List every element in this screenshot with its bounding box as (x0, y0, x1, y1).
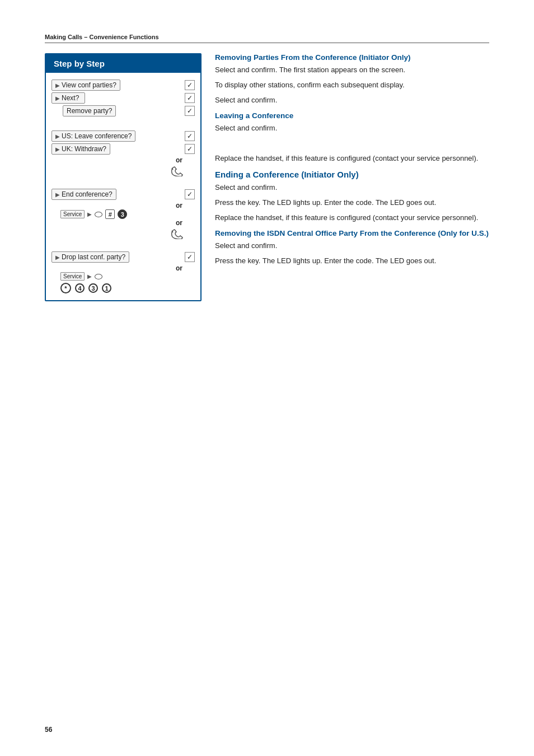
service-row-2: Service ▶ (51, 272, 195, 281)
step-row-next: ▶ Next? ✓ (51, 92, 195, 104)
service-arrow-2: ▶ (87, 273, 92, 279)
instr-removing-3: Select and confirm. (215, 95, 489, 106)
handset-icon-1 (51, 164, 195, 176)
step-by-step-title: Step by Step (46, 54, 200, 73)
num3-circle-1: 3 (118, 209, 127, 219)
step-row-view-conf: ▶ View conf parties? ✓ (51, 80, 195, 91)
keypad-row: * 4 3 1 (51, 283, 195, 293)
gap-1 (51, 122, 195, 127)
check-uk-withdraw: ✓ (185, 144, 195, 154)
btn-us-leave[interactable]: ▶ US: Leave conference? (51, 130, 135, 142)
section-title-leaving: Leaving a Conference (215, 111, 489, 120)
instr-ending-3: Replace the handset, if this feature is … (215, 213, 489, 223)
gap-2 (51, 180, 195, 185)
leaving-gap (215, 138, 489, 153)
btn-remove-party[interactable]: Remove party? (63, 105, 116, 116)
check-end-conf: ✓ (185, 189, 195, 199)
section-drop-last: ▶ Drop last conf. party? ✓ or Service ▶ (51, 251, 195, 293)
btn-view-conf-label: View conf parties? (62, 81, 116, 89)
instr-ending-2: Press the key. The LED lights up. Enter … (215, 198, 489, 208)
step-row-remove-party: Remove party? ✓ (51, 105, 195, 116)
step-body: ▶ View conf parties? ✓ ▶ Next? ✓ (46, 73, 200, 300)
right-section-removing: Removing Parties From the Conference (In… (215, 53, 489, 106)
check-us-leave: ✓ (185, 131, 195, 141)
section-remove-parties: ▶ View conf parties? ✓ ▶ Next? ✓ (51, 80, 195, 118)
service-row-1: Service ▶ # 3 (51, 209, 195, 219)
instr-removing-2: To display other stations, confirm each … (215, 80, 489, 91)
arrow-icon-6: ▶ (55, 254, 60, 260)
or-label-2: or (51, 202, 195, 209)
btn-next-label: Next? (62, 94, 79, 102)
arrow-icon-2: ▶ (55, 95, 60, 101)
instr-ending-1: Select and confirm. (215, 183, 489, 193)
arrow-icon-5: ▶ (55, 192, 60, 198)
service-badge-1: Service (60, 210, 85, 218)
section-title-isdn: Removing the ISDN Central Office Party F… (215, 229, 489, 237)
check-remove-party: ✓ (185, 106, 195, 116)
or-label-1: or (51, 156, 195, 164)
gap-3 (51, 242, 195, 248)
header-text: Making Calls – Convenience Functions (45, 34, 159, 40)
or-label-3: or (51, 219, 195, 227)
btn-drop-last[interactable]: ▶ Drop last conf. party? (51, 251, 129, 263)
btn-remove-party-label: Remove party? (67, 107, 112, 115)
page-header: Making Calls – Convenience Functions (45, 34, 489, 43)
section-title-ending: Ending a Conference (Initiator Only) (215, 170, 489, 179)
section-title-removing: Removing Parties From the Conference (In… (215, 53, 489, 62)
check-next: ✓ (185, 93, 195, 103)
oval-icon-1 (95, 212, 102, 217)
num4-circle: 4 (75, 283, 85, 293)
step-row-end-conf: ▶ End conference? ✓ (51, 189, 195, 200)
service-arrow-1: ▶ (87, 211, 92, 217)
page-number: 56 (45, 726, 52, 734)
instr-leaving-2: Replace the handset, if this feature is … (215, 153, 489, 164)
instr-removing-1: Select and confirm. The first station ap… (215, 65, 489, 76)
star-icon: * (60, 283, 71, 293)
handset-svg-1 (169, 164, 185, 176)
arrow-icon-4: ▶ (55, 146, 60, 152)
page: Making Calls – Convenience Functions Ste… (0, 0, 534, 756)
step-row-drop-last: ▶ Drop last conf. party? ✓ (51, 251, 195, 263)
oval-icon-2 (95, 274, 102, 279)
instr-isdn-1: Select and confirm. (215, 241, 489, 251)
num1-circle: 1 (102, 283, 111, 293)
btn-uk-withdraw-label: UK: Withdraw? (62, 145, 106, 153)
btn-view-conf[interactable]: ▶ View conf parties? (51, 80, 120, 91)
check-view-conf: ✓ (185, 80, 195, 90)
btn-end-conf-label: End conference? (62, 190, 113, 198)
content-wrapper: Step by Step ▶ View conf parties? ✓ (45, 53, 489, 301)
right-section-isdn: Removing the ISDN Central Office Party F… (215, 229, 489, 267)
instr-isdn-2: Press the key. The LED lights up. Enter … (215, 256, 489, 267)
btn-drop-last-label: Drop last conf. party? (62, 253, 125, 261)
instr-leaving-1: Select and confirm. (215, 123, 489, 134)
btn-us-leave-label: US: Leave conference? (62, 132, 132, 140)
btn-uk-withdraw[interactable]: ▶ UK: Withdraw? (51, 143, 110, 155)
handset-icon-2 (51, 227, 195, 239)
btn-end-conf[interactable]: ▶ End conference? (51, 189, 116, 200)
btn-next[interactable]: ▶ Next? (51, 92, 85, 104)
handset-svg-2 (169, 227, 185, 239)
or-label-4: or (51, 264, 195, 272)
hash-icon-1: # (105, 209, 115, 219)
section-ending: ▶ End conference? ✓ or Service ▶ # 3 (51, 189, 195, 239)
check-drop-last: ✓ (185, 252, 195, 262)
section-leaving: ▶ US: Leave conference? ✓ ▶ UK: Withdraw… (51, 130, 195, 176)
right-section-leaving: Leaving a Conference Select and confirm.… (215, 111, 489, 165)
step-row-us-leave: ▶ US: Leave conference? ✓ (51, 130, 195, 142)
right-section-ending: Ending a Conference (Initiator Only) Sel… (215, 170, 489, 223)
num3-circle-2: 3 (88, 283, 98, 293)
right-panel: Removing Parties From the Conference (In… (202, 53, 489, 301)
arrow-icon-1: ▶ (55, 82, 60, 88)
service-badge-2: Service (60, 272, 85, 281)
arrow-icon-3: ▶ (55, 133, 60, 139)
step-row-uk-withdraw: ▶ UK: Withdraw? ✓ (51, 143, 195, 155)
left-panel: Step by Step ▶ View conf parties? ✓ (45, 53, 202, 301)
